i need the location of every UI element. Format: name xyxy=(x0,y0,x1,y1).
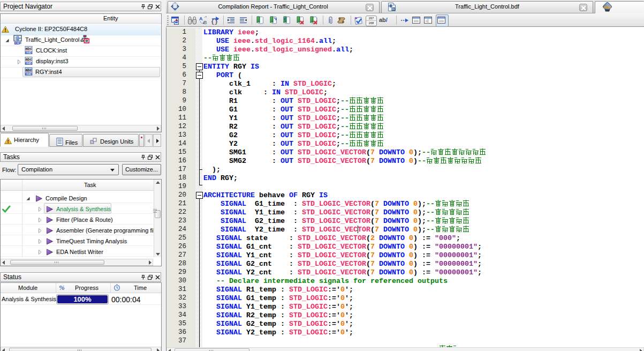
svg-text:A: A xyxy=(199,16,203,21)
svg-text:abc: abc xyxy=(603,4,611,10)
svg-text:abc: abc xyxy=(25,57,32,61)
svg-text:B: B xyxy=(203,20,207,25)
svg-text:VHD: VHD xyxy=(26,73,32,76)
svg-text:abc: abc xyxy=(25,68,32,72)
svg-text:BDF: BDF xyxy=(14,41,22,45)
svg-text:VHD: VHD xyxy=(26,51,32,54)
svg-text:VHD: VHD xyxy=(26,62,32,65)
svg-text:abc: abc xyxy=(25,47,32,50)
